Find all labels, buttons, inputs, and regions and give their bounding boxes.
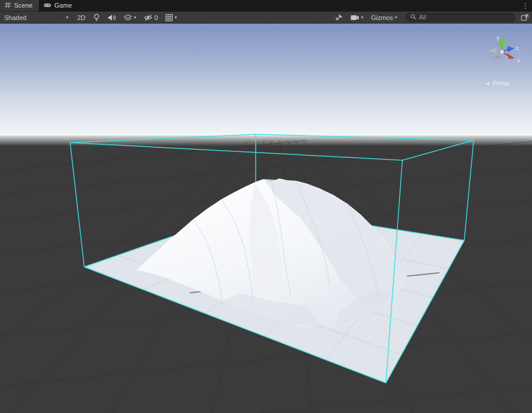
axis-x-label: x xyxy=(517,58,520,64)
popout-window-icon xyxy=(521,14,528,21)
gizmos-dropdown[interactable]: Gizmos ▾ xyxy=(368,12,401,23)
maximize-window-button[interactable] xyxy=(520,12,530,23)
camera-settings-dropdown[interactable]: ▾ xyxy=(347,12,367,23)
chevron-down-icon: ▾ xyxy=(66,15,68,20)
search-icon xyxy=(410,14,417,21)
scene-viewport[interactable]: y z x ◀ Persp xyxy=(0,24,532,413)
gizmo-center-handle[interactable] xyxy=(500,50,504,54)
scene-toolbar: Shaded ▾ 2D xyxy=(0,11,532,24)
chevron-down-icon: ▾ xyxy=(361,15,364,20)
chevron-down-icon: ▾ xyxy=(174,15,177,20)
persp-arrow-icon: ◀ xyxy=(485,81,490,86)
scene-search-field[interactable]: All xyxy=(406,13,516,22)
chevron-down-icon: ▾ xyxy=(134,15,136,20)
2d-toggle-button[interactable]: 2D xyxy=(74,12,89,23)
scene-render[interactable]: y z x ◀ Persp xyxy=(0,24,532,413)
tab-scene[interactable]: Scene xyxy=(0,0,39,11)
lightbulb-icon xyxy=(93,14,100,21)
projection-toggle[interactable]: ◀ Persp xyxy=(485,80,510,87)
grid-settings-dropdown[interactable]: ▾ xyxy=(162,12,180,23)
effects-dropdown-button[interactable]: ▾ xyxy=(120,12,140,23)
tab-scene-label: Scene xyxy=(14,2,32,9)
audio-toggle-button[interactable] xyxy=(104,12,120,23)
unity-scene-window: Scene Game ⋮ Shaded ▾ 2D xyxy=(0,0,532,413)
chevron-down-icon: ▾ xyxy=(395,15,397,20)
sky xyxy=(0,24,532,138)
effects-layers-icon xyxy=(124,14,132,21)
tab-game[interactable]: Game xyxy=(39,0,78,11)
hidden-count-label: 0 xyxy=(154,14,158,21)
2d-label: 2D xyxy=(77,14,85,21)
axis-z-label: z xyxy=(516,45,519,51)
grid-icon xyxy=(166,14,173,21)
speaker-icon xyxy=(108,14,116,21)
camera-icon xyxy=(351,14,359,21)
tab-game-label: Game xyxy=(54,2,72,9)
scene-grid-icon xyxy=(5,2,11,9)
scene-visibility-button[interactable]: 0 xyxy=(140,12,161,23)
draw-mode-dropdown[interactable]: Shaded ▾ xyxy=(0,12,73,23)
gizmos-label: Gizmos xyxy=(371,14,393,21)
eye-slash-icon xyxy=(144,14,153,21)
search-value: All xyxy=(419,14,426,21)
game-controller-icon xyxy=(44,2,51,9)
lighting-toggle-button[interactable] xyxy=(90,12,104,23)
persp-label: Persp xyxy=(493,80,510,87)
window-menu-button[interactable]: ⋮ xyxy=(519,0,532,11)
draw-mode-label: Shaded xyxy=(4,14,27,21)
axis-y-label: y xyxy=(497,35,500,41)
component-tools-button[interactable] xyxy=(331,12,346,23)
tab-bar: Scene Game ⋮ xyxy=(0,0,532,11)
tools-wrench-icon xyxy=(335,14,343,21)
